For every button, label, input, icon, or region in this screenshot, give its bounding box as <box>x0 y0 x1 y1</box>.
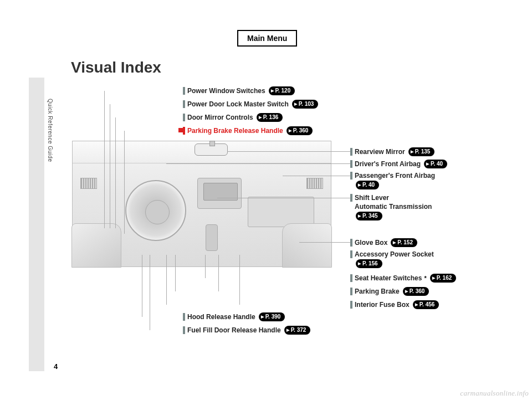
page-ref-pill[interactable]: P. 40 <box>424 160 447 168</box>
leader-line <box>299 242 350 243</box>
leader-line <box>227 151 350 152</box>
page-ref-pill[interactable]: P. 360 <box>287 126 313 135</box>
callout-label: Door Mirror Controls <box>187 114 253 121</box>
callout-label: Shift Lever <box>355 194 389 202</box>
callout-power-door-lock-master-switch[interactable]: Power Door Lock Master Switch P. 103 <box>183 100 318 109</box>
side-tab <box>29 78 44 371</box>
callout-drivers-front-airbag[interactable]: Driver's Front Airbag P. 40 <box>350 160 447 168</box>
callout-label: Fuel Fill Door Release Handle <box>187 326 281 334</box>
dashboard-shifter-icon <box>206 224 218 251</box>
callout-tick-icon <box>183 100 185 108</box>
leader-line <box>217 198 350 198</box>
side-tab-label: Quick Reference Guide <box>47 99 53 162</box>
main-menu-label: Main Menu <box>247 34 287 43</box>
callout-parking-brake[interactable]: Parking Brake P. 360 <box>350 287 429 296</box>
dashboard-glovebox-icon <box>248 197 314 227</box>
callout-label: Power Window Switches <box>187 87 265 95</box>
callout-tick-icon <box>183 326 185 334</box>
callout-hood-release-handle[interactable]: Hood Release Handle P. 390 <box>183 312 285 321</box>
callout-tick-icon <box>350 194 352 202</box>
page-ref-pill[interactable]: P. 152 <box>391 238 417 247</box>
leader-line <box>166 255 167 305</box>
callout-tick-icon <box>183 313 185 321</box>
dashboard-vent-left-icon <box>80 178 97 189</box>
red-anchor-icon <box>178 128 183 132</box>
dashboard-vent-right-icon <box>306 178 323 189</box>
callout-seat-heater-switches[interactable]: Seat Heater Switches* P. 162 <box>350 274 456 283</box>
callout-label: Power Door Lock Master Switch <box>187 100 289 108</box>
callout-tick-icon <box>350 301 352 309</box>
callout-accessory-power-socket[interactable]: Accessory Power Socket P. 156 <box>350 250 434 268</box>
asterisk-icon: * <box>424 275 426 281</box>
dashboard-rearview-mirror-icon <box>195 143 228 156</box>
callout-tick-icon <box>350 172 352 180</box>
watermark: carmanualsonline.info <box>460 389 529 398</box>
dashboard-illustration <box>72 141 331 267</box>
callout-tick-icon <box>183 87 185 95</box>
page-ref-pill[interactable]: P. 360 <box>403 287 429 296</box>
leader-line <box>166 163 350 164</box>
callout-tick-icon <box>350 239 352 247</box>
callout-power-window-switches[interactable]: Power Window Switches P. 120 <box>183 86 295 95</box>
callout-label: Parking Brake Release Handle <box>187 127 283 135</box>
callout-tick-icon <box>350 250 352 258</box>
dashboard-seat-left-icon <box>71 223 121 268</box>
leader-line <box>124 131 125 234</box>
callout-sublabel: Automatic Transmission <box>355 203 432 211</box>
callout-label: Parking Brake <box>355 288 400 295</box>
leader-line <box>110 104 110 228</box>
callout-label: Seat Heater Switches <box>355 274 422 282</box>
callout-interior-fuse-box[interactable]: Interior Fuse Box P. 456 <box>350 300 439 309</box>
callout-label: Driver's Front Airbag <box>355 160 421 168</box>
callout-tick-icon <box>350 148 352 156</box>
leader-line <box>115 117 116 228</box>
page-number: 4 <box>54 362 58 371</box>
callout-tick-icon <box>350 160 352 168</box>
page-ref-pill[interactable]: P. 162 <box>430 274 457 283</box>
leader-line <box>142 255 142 317</box>
page-ref-pill[interactable]: P. 40 <box>356 181 379 189</box>
callout-label: Accessory Power Socket <box>355 250 434 258</box>
callout-parking-brake-release-handle[interactable]: Parking Brake Release Handle P. 360 <box>183 126 313 135</box>
callout-tick-icon <box>183 127 185 135</box>
callout-passengers-front-airbag[interactable]: Passenger's Front Airbag P. 40 <box>350 172 435 189</box>
callout-shift-lever[interactable]: Shift Lever Automatic Transmission P. 34… <box>350 194 432 220</box>
leader-line <box>175 255 176 291</box>
callout-label: Hood Release Handle <box>187 313 255 321</box>
page-ref-pill[interactable]: P. 456 <box>413 300 439 309</box>
dashboard-seat-right-icon <box>282 223 332 268</box>
callout-tick-icon <box>183 114 185 121</box>
leader-line <box>239 255 240 305</box>
page-ref-pill[interactable]: P. 103 <box>292 100 319 109</box>
callout-tick-icon <box>350 274 352 282</box>
callout-glove-box[interactable]: Glove Box P. 152 <box>350 238 417 247</box>
main-menu-button[interactable]: Main Menu <box>237 30 297 47</box>
page-ref-pill[interactable]: P. 372 <box>284 326 311 335</box>
callout-label: Rearview Mirror <box>355 148 405 156</box>
page-title: Visual Index <box>71 59 161 76</box>
page-ref-pill[interactable]: P. 156 <box>356 259 382 268</box>
callout-label: Passenger's Front Airbag <box>355 172 435 180</box>
leader-line <box>283 176 350 176</box>
page-ref-pill[interactable]: P. 345 <box>356 212 382 220</box>
callout-door-mirror-controls[interactable]: Door Mirror Controls P. 136 <box>183 113 283 122</box>
callout-rearview-mirror[interactable]: Rearview Mirror P. 135 <box>350 147 434 156</box>
page-ref-pill[interactable]: P. 136 <box>257 113 283 122</box>
callout-label: Interior Fuse Box <box>355 301 410 309</box>
page-ref-pill[interactable]: P. 135 <box>408 147 435 156</box>
callout-label: Glove Box <box>355 239 387 247</box>
leader-line <box>104 91 105 228</box>
leader-line <box>218 255 219 291</box>
page-ref-pill[interactable]: P. 390 <box>259 312 285 321</box>
leader-line <box>150 255 150 330</box>
callout-tick-icon <box>350 288 352 295</box>
page-ref-pill[interactable]: P. 120 <box>269 86 295 95</box>
leader-line <box>205 255 206 278</box>
callout-fuel-fill-door-release-handle[interactable]: Fuel Fill Door Release Handle P. 372 <box>183 326 310 335</box>
dashboard-steering-wheel-icon <box>125 180 186 241</box>
dashboard-center-stack-icon <box>197 178 242 209</box>
